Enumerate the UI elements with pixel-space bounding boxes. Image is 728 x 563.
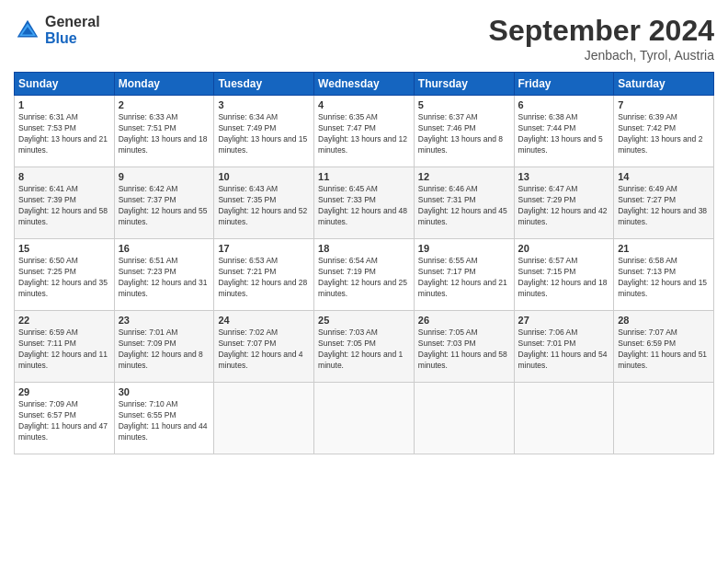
cell-content: Sunrise: 6:50 AMSunset: 7:25 PMDaylight:…: [18, 256, 108, 298]
table-cell: 15 Sunrise: 6:50 AMSunset: 7:25 PMDaylig…: [15, 239, 115, 311]
day-number: 25: [318, 315, 410, 326]
table-cell: 21 Sunrise: 6:58 AMSunset: 7:13 PMDaylig…: [614, 239, 714, 311]
table-cell: 25 Sunrise: 7:03 AMSunset: 7:05 PMDaylig…: [314, 311, 415, 383]
cell-content: Sunrise: 7:03 AMSunset: 7:05 PMDaylight:…: [318, 327, 403, 370]
cell-content: Sunrise: 7:07 AMSunset: 6:59 PMDaylight:…: [618, 327, 707, 370]
table-cell: 1 Sunrise: 6:31 AMSunset: 7:53 PMDayligh…: [15, 96, 115, 167]
table-cell: 29 Sunrise: 7:09 AMSunset: 6:57 PMDaylig…: [15, 383, 115, 454]
day-number: 10: [218, 171, 310, 182]
table-cell: 7 Sunrise: 6:39 AMSunset: 7:42 PMDayligh…: [614, 96, 714, 167]
table-cell: 22 Sunrise: 6:59 AMSunset: 7:11 PMDaylig…: [15, 311, 115, 383]
cell-content: Sunrise: 6:33 AMSunset: 7:51 PMDaylight:…: [119, 112, 208, 155]
table-cell: 10 Sunrise: 6:43 AMSunset: 7:35 PMDaylig…: [214, 167, 314, 239]
day-number: 29: [18, 386, 110, 397]
table-cell: 2 Sunrise: 6:33 AMSunset: 7:51 PMDayligh…: [114, 96, 214, 167]
table-cell: 17 Sunrise: 6:53 AMSunset: 7:21 PMDaylig…: [214, 239, 314, 311]
col-wednesday: Wednesday: [314, 73, 415, 96]
day-number: 8: [18, 171, 110, 182]
day-number: 13: [518, 171, 610, 182]
cell-content: Sunrise: 6:51 AMSunset: 7:23 PMDaylight:…: [119, 256, 208, 298]
table-cell: 11 Sunrise: 6:45 AMSunset: 7:33 PMDaylig…: [314, 167, 415, 239]
table-cell: 30 Sunrise: 7:10 AMSunset: 6:55 PMDaylig…: [114, 383, 214, 454]
table-cell: 13 Sunrise: 6:47 AMSunset: 7:29 PMDaylig…: [514, 167, 614, 239]
day-number: 15: [18, 243, 110, 254]
table-cell: [614, 383, 714, 454]
cell-content: Sunrise: 6:45 AMSunset: 7:33 PMDaylight:…: [318, 184, 407, 226]
cell-content: Sunrise: 6:37 AMSunset: 7:46 PMDaylight:…: [418, 112, 503, 155]
table-cell: 18 Sunrise: 6:54 AMSunset: 7:19 PMDaylig…: [314, 239, 415, 311]
day-number: 4: [318, 99, 410, 110]
table-cell: 28 Sunrise: 7:07 AMSunset: 6:59 PMDaylig…: [614, 311, 714, 383]
cell-content: Sunrise: 6:41 AMSunset: 7:39 PMDaylight:…: [18, 184, 108, 226]
table-cell: [514, 383, 614, 454]
cell-content: Sunrise: 7:01 AMSunset: 7:09 PMDaylight:…: [119, 327, 203, 370]
day-number: 1: [18, 99, 110, 110]
day-number: 20: [518, 243, 610, 254]
logo-text: General Blue: [45, 14, 100, 46]
week-row-5: 29 Sunrise: 7:09 AMSunset: 6:57 PMDaylig…: [15, 383, 714, 454]
table-cell: [314, 383, 415, 454]
cell-content: Sunrise: 6:47 AMSunset: 7:29 PMDaylight:…: [518, 184, 608, 226]
page: General Blue September 2024 Jenbach, Tyr…: [0, 0, 728, 563]
day-number: 5: [418, 99, 510, 110]
week-row-2: 8 Sunrise: 6:41 AMSunset: 7:39 PMDayligh…: [15, 167, 714, 239]
table-cell: 14 Sunrise: 6:49 AMSunset: 7:27 PMDaylig…: [614, 167, 714, 239]
day-number: 26: [418, 315, 510, 326]
day-number: 12: [418, 171, 510, 182]
table-cell: 19 Sunrise: 6:55 AMSunset: 7:17 PMDaylig…: [414, 239, 514, 311]
cell-content: Sunrise: 6:46 AMSunset: 7:31 PMDaylight:…: [418, 184, 507, 226]
week-row-1: 1 Sunrise: 6:31 AMSunset: 7:53 PMDayligh…: [15, 96, 714, 167]
table-cell: 12 Sunrise: 6:46 AMSunset: 7:31 PMDaylig…: [414, 167, 514, 239]
day-number: 28: [618, 315, 710, 326]
cell-content: Sunrise: 7:09 AMSunset: 6:57 PMDaylight:…: [18, 399, 108, 442]
day-number: 11: [318, 171, 410, 182]
calendar-table: Sunday Monday Tuesday Wednesday Thursday…: [14, 72, 714, 454]
day-number: 2: [119, 99, 210, 110]
table-cell: 3 Sunrise: 6:34 AMSunset: 7:49 PMDayligh…: [214, 96, 314, 167]
day-number: 14: [618, 171, 710, 182]
cell-content: Sunrise: 6:57 AMSunset: 7:15 PMDaylight:…: [518, 256, 608, 298]
week-row-3: 15 Sunrise: 6:50 AMSunset: 7:25 PMDaylig…: [15, 239, 714, 311]
day-number: 6: [518, 99, 610, 110]
header: General Blue September 2024 Jenbach, Tyr…: [14, 14, 714, 63]
location: Jenbach, Tyrol, Austria: [489, 48, 714, 63]
title-area: September 2024 Jenbach, Tyrol, Austria: [489, 14, 714, 63]
logo: General Blue: [14, 14, 100, 46]
month-title: September 2024: [489, 14, 714, 48]
logo-blue: Blue: [45, 30, 100, 47]
col-sunday: Sunday: [15, 73, 115, 96]
cell-content: Sunrise: 6:31 AMSunset: 7:53 PMDaylight:…: [18, 112, 108, 155]
logo-icon: [14, 17, 41, 44]
day-number: 23: [119, 315, 210, 326]
col-monday: Monday: [114, 73, 214, 96]
cell-content: Sunrise: 6:58 AMSunset: 7:13 PMDaylight:…: [618, 256, 707, 298]
cell-content: Sunrise: 6:59 AMSunset: 7:11 PMDaylight:…: [18, 327, 108, 370]
table-cell: 27 Sunrise: 7:06 AMSunset: 7:01 PMDaylig…: [514, 311, 614, 383]
day-number: 17: [218, 243, 310, 254]
col-friday: Friday: [514, 73, 614, 96]
logo-general: General: [45, 14, 100, 30]
day-number: 22: [18, 315, 110, 326]
calendar-body: 1 Sunrise: 6:31 AMSunset: 7:53 PMDayligh…: [15, 96, 714, 454]
table-cell: 20 Sunrise: 6:57 AMSunset: 7:15 PMDaylig…: [514, 239, 614, 311]
day-number: 16: [119, 243, 210, 254]
table-cell: [414, 383, 514, 454]
table-cell: 4 Sunrise: 6:35 AMSunset: 7:47 PMDayligh…: [314, 96, 415, 167]
col-thursday: Thursday: [414, 73, 514, 96]
cell-content: Sunrise: 6:54 AMSunset: 7:19 PMDaylight:…: [318, 256, 407, 298]
cell-content: Sunrise: 7:05 AMSunset: 7:03 PMDaylight:…: [418, 327, 507, 370]
table-cell: 9 Sunrise: 6:42 AMSunset: 7:37 PMDayligh…: [114, 167, 214, 239]
day-number: 30: [119, 386, 210, 397]
table-cell: 5 Sunrise: 6:37 AMSunset: 7:46 PMDayligh…: [414, 96, 514, 167]
day-number: 7: [618, 99, 710, 110]
cell-content: Sunrise: 6:43 AMSunset: 7:35 PMDaylight:…: [218, 184, 307, 226]
table-cell: [214, 383, 314, 454]
day-number: 24: [218, 315, 310, 326]
table-cell: 23 Sunrise: 7:01 AMSunset: 7:09 PMDaylig…: [114, 311, 214, 383]
cell-content: Sunrise: 6:39 AMSunset: 7:42 PMDaylight:…: [618, 112, 702, 155]
table-cell: 8 Sunrise: 6:41 AMSunset: 7:39 PMDayligh…: [15, 167, 115, 239]
col-tuesday: Tuesday: [214, 73, 314, 96]
table-cell: 16 Sunrise: 6:51 AMSunset: 7:23 PMDaylig…: [114, 239, 214, 311]
cell-content: Sunrise: 6:35 AMSunset: 7:47 PMDaylight:…: [318, 112, 407, 155]
table-cell: 26 Sunrise: 7:05 AMSunset: 7:03 PMDaylig…: [414, 311, 514, 383]
